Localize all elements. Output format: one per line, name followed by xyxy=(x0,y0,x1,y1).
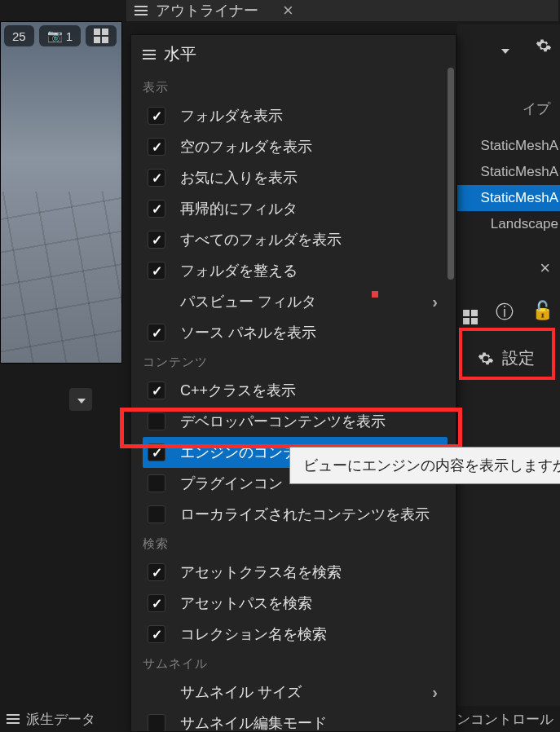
settings-menu: 水平 表示 フォルダを表示 空のフォルダを表示 お気に入りを表示 再帰的にフィル… xyxy=(130,34,456,732)
gear-icon xyxy=(478,351,494,367)
item-path-view-filter[interactable]: パスビュー フィルタ› xyxy=(143,286,448,317)
checkbox-icon[interactable] xyxy=(148,138,165,156)
settings-button[interactable]: 設定 xyxy=(473,344,540,373)
settings-label: 設定 xyxy=(502,347,535,369)
item-search-asset-class[interactable]: アセットクラス名を検索 xyxy=(143,557,448,588)
item-developer-content[interactable]: デベロッパーコンテンツを表示 xyxy=(143,406,448,437)
outliner-tab[interactable]: アウトライナー × xyxy=(126,0,558,21)
grid-view-icon[interactable] xyxy=(463,300,478,324)
type-item[interactable]: StaticMeshA xyxy=(457,133,560,159)
item-thumbnail-edit-mode[interactable]: サムネイル編集モード xyxy=(143,708,448,732)
list-icon xyxy=(134,6,148,15)
viewport-badge-speed[interactable]: 25 xyxy=(4,25,34,46)
checkbox-icon[interactable] xyxy=(148,563,165,581)
checkbox-icon[interactable] xyxy=(148,381,165,399)
checkbox-icon[interactable] xyxy=(148,169,165,187)
status-derived-data[interactable]: 派生データ xyxy=(26,710,95,729)
close-icon[interactable]: × xyxy=(283,0,293,21)
item-search-collection[interactable]: コレクション名を検索 xyxy=(143,619,448,650)
viewport-3d[interactable]: 25 📷 1 xyxy=(0,21,122,364)
status-control[interactable]: ンコントロール xyxy=(456,710,553,729)
tooltip: ビューにエンジンの内容を表示しますか? xyxy=(289,447,560,484)
item-organize-folders[interactable]: フォルダを整える xyxy=(143,255,448,286)
item-show-favorites[interactable]: お気に入りを表示 xyxy=(143,162,448,193)
section-content: コンテンツ xyxy=(143,348,448,375)
viewport-badge-camera[interactable]: 📷 1 xyxy=(39,25,81,46)
checkbox-icon[interactable] xyxy=(148,714,165,732)
checkbox-icon[interactable] xyxy=(148,231,165,249)
checkbox-icon[interactable] xyxy=(148,625,165,643)
item-show-source-panel[interactable]: ソース パネルを表示 xyxy=(143,317,448,348)
menu-header: 水平 xyxy=(164,43,196,65)
scrollbar[interactable] xyxy=(448,68,454,280)
chevron-right-icon: › xyxy=(432,683,438,702)
item-show-folders[interactable]: フォルダを表示 xyxy=(143,100,448,131)
checkbox-icon[interactable] xyxy=(148,594,165,612)
section-search: 検索 xyxy=(143,530,448,557)
lock-icon[interactable]: 🔓 xyxy=(531,300,553,324)
outliner-right-panel: イプ StaticMeshA StaticMeshA StaticMeshA L… xyxy=(457,24,560,732)
item-cpp-classes[interactable]: C++クラスを表示 xyxy=(143,375,448,406)
item-search-asset-path[interactable]: アセットパスを検索 xyxy=(143,588,448,619)
tab-title: アウトライナー xyxy=(156,1,258,20)
viewport-layout-icon[interactable] xyxy=(86,25,117,46)
checkbox-icon[interactable] xyxy=(148,324,165,342)
section-display: 表示 xyxy=(143,73,448,100)
checkbox-icon[interactable] xyxy=(148,474,165,492)
type-item[interactable]: StaticMeshA xyxy=(457,159,560,185)
checkbox-icon[interactable] xyxy=(148,107,165,125)
checkbox-icon[interactable] xyxy=(148,412,165,430)
annotation-dot xyxy=(372,291,378,298)
checkbox-icon[interactable] xyxy=(148,443,165,461)
help-icon[interactable]: ⓘ xyxy=(496,300,514,324)
section-thumbnail: サムネイル xyxy=(143,650,448,677)
viewport-dropdown[interactable] xyxy=(69,388,92,411)
search-dropdown-icon[interactable] xyxy=(500,37,509,59)
item-thumbnail-size[interactable]: サムネイル サイズ› xyxy=(143,677,448,708)
item-recursive-filter[interactable]: 再帰的にフィルタ xyxy=(143,193,448,224)
checkbox-icon[interactable] xyxy=(148,200,165,218)
chevron-right-icon: › xyxy=(432,293,438,311)
checkbox-icon[interactable] xyxy=(148,505,165,523)
item-localized-content[interactable]: ローカライズされたコンテンツを表示 xyxy=(143,499,448,530)
gear-icon[interactable] xyxy=(536,37,552,59)
type-item-selected[interactable]: StaticMeshA xyxy=(457,185,560,211)
menu-icon xyxy=(143,50,156,60)
item-show-all-folders[interactable]: すべてのフォルダを表示 xyxy=(143,224,448,255)
tab-close-icon[interactable]: × xyxy=(540,258,550,279)
type-item[interactable]: Landscape xyxy=(457,211,560,237)
item-show-empty-folders[interactable]: 空のフォルダを表示 xyxy=(143,131,448,162)
checkbox-icon[interactable] xyxy=(148,262,165,280)
list-icon xyxy=(7,714,20,724)
column-type[interactable]: イプ xyxy=(457,99,560,133)
